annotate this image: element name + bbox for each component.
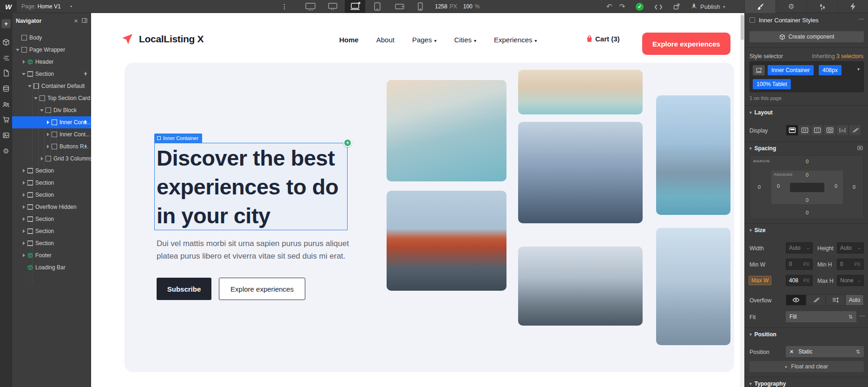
users-button[interactable] xyxy=(0,98,12,112)
navigator-row-loading-bar[interactable]: Loading Bar xyxy=(12,261,91,274)
display-block-button[interactable] xyxy=(786,125,798,136)
assets-button[interactable] xyxy=(0,128,12,142)
min-width-field[interactable]: 0PX xyxy=(786,259,813,270)
selector-tag-breakpoint[interactable]: 100% Tablet xyxy=(753,79,791,89)
more-options-icon[interactable]: ⋮ xyxy=(281,0,288,13)
site-brand[interactable]: LocalListing X xyxy=(139,33,204,45)
unit-dropdown[interactable]: – xyxy=(858,278,861,283)
selector-tag-class[interactable]: Inner Container xyxy=(768,65,814,75)
selector-tag-width[interactable]: 408px xyxy=(819,65,842,75)
scrollbar-thumb[interactable] xyxy=(741,15,744,40)
saved-status-icon[interactable]: ✓ xyxy=(636,3,644,11)
style-selector-box[interactable]: Inner Container 408px ▾ 100% Tablet xyxy=(750,61,864,92)
navigator-row-section[interactable]: Section xyxy=(12,68,91,80)
subscribe-button[interactable]: Subscribe xyxy=(157,278,211,300)
inheriting-info[interactable]: Inheriting 3 selectors xyxy=(812,53,863,60)
min-height-field[interactable]: 0PX xyxy=(837,259,864,270)
publish-button[interactable]: Publish ▾ xyxy=(690,0,725,13)
breakpoint-laptop-icon[interactable]: ★ xyxy=(345,0,365,13)
tree-expand-arrow-icon[interactable] xyxy=(21,169,26,173)
float-clear-toggle[interactable]: ▸ Float and clear xyxy=(750,361,864,372)
display-none-button[interactable] xyxy=(848,125,861,136)
canvas-scrollbar[interactable] xyxy=(740,13,744,387)
margin-bottom-value[interactable]: 0 xyxy=(802,210,812,215)
navigator-row-section[interactable]: Section xyxy=(12,237,91,249)
tree-expand-arrow-icon[interactable] xyxy=(21,73,26,75)
breakpoint-phone-icon[interactable] xyxy=(410,0,430,13)
breakpoint-desktop-large-icon[interactable] xyxy=(300,0,321,13)
code-export-icon[interactable]: ❮❯ xyxy=(652,0,665,13)
fit-more-icon[interactable]: ⋯ xyxy=(859,313,865,319)
margin-right-value[interactable]: 0 xyxy=(849,184,859,190)
unit-px[interactable]: PX xyxy=(803,262,809,267)
tab-style-manager-panel[interactable] xyxy=(807,0,838,13)
create-component-button[interactable]: Create component xyxy=(750,31,864,42)
tree-expand-arrow-icon[interactable] xyxy=(21,193,26,197)
fit-select[interactable]: Fill ⇅ xyxy=(786,311,856,322)
breakpoint-tablet-icon[interactable] xyxy=(367,0,388,13)
section-header-typography[interactable]: ▾ Typography xyxy=(750,380,786,387)
navigator-row-inner-cont-[interactable]: Inner Cont... xyxy=(12,116,91,128)
max-width-label[interactable]: Max W xyxy=(749,276,771,285)
navigator-row-section[interactable]: Section xyxy=(12,189,91,201)
page-menu[interactable]: Page: Home V1 xyxy=(21,0,61,13)
navigator-row-top-section-card[interactable]: Top Section Card xyxy=(12,92,91,104)
undo-icon[interactable]: ↶ xyxy=(604,0,614,13)
navigator-row-header[interactable]: Header xyxy=(12,56,91,68)
redo-icon[interactable]: ↷ xyxy=(617,0,627,13)
section-header-size[interactable]: ▾ Size xyxy=(750,227,766,234)
tree-expand-arrow-icon[interactable] xyxy=(21,241,26,245)
navigator-row-container-default[interactable]: Container Default xyxy=(12,80,91,92)
dock-panel-icon[interactable] xyxy=(82,18,87,24)
tree-expand-arrow-icon[interactable] xyxy=(39,109,45,112)
close-icon[interactable]: ✕ xyxy=(74,18,78,24)
tree-expand-arrow-icon[interactable] xyxy=(21,217,26,221)
explore-experiences-button[interactable]: Explore experiences xyxy=(642,33,730,55)
breakpoint-desktop-icon[interactable] xyxy=(322,0,343,13)
display-inline-button[interactable]: A xyxy=(836,125,848,136)
add-elements-button[interactable]: + xyxy=(0,17,12,31)
chevron-down-icon[interactable]: ▾ xyxy=(857,67,860,72)
tree-expand-arrow-icon[interactable] xyxy=(21,229,26,233)
navigator-row-overflow-hidden[interactable]: Overflow Hidden xyxy=(12,201,91,213)
tab-style-panel[interactable] xyxy=(744,0,776,13)
unit-dropdown[interactable]: – xyxy=(858,246,861,251)
cms-button[interactable] xyxy=(0,82,12,96)
overflow-scroll-button[interactable] xyxy=(826,294,845,306)
overflow-auto-button[interactable]: Auto xyxy=(845,294,864,306)
nav-link-cities[interactable]: Cities▾ xyxy=(454,36,476,44)
max-height-field[interactable]: None– xyxy=(837,275,864,286)
display-inline-block-button[interactable] xyxy=(823,125,836,136)
navigator-row-buttons-r-[interactable]: Buttons R... xyxy=(12,140,91,153)
add-element-badge[interactable]: + xyxy=(343,139,352,147)
navigator-row-div-block[interactable]: Div Block xyxy=(12,104,91,116)
margin-left-value[interactable]: 0 xyxy=(755,184,764,190)
page-history-icon[interactable]: ◔ xyxy=(66,0,75,13)
tree-expand-arrow-icon[interactable] xyxy=(45,120,51,124)
margin-top-value[interactable]: 0 xyxy=(802,159,812,164)
navigator-row-page-wrapper[interactable]: Page Wrapper xyxy=(12,44,91,56)
unit-px[interactable]: PX xyxy=(855,262,861,267)
tree-expand-arrow-icon[interactable] xyxy=(15,49,20,51)
site-logo-icon[interactable] xyxy=(121,33,133,47)
padding-right-value[interactable]: 0 xyxy=(831,183,841,189)
cart-link[interactable]: Cart (3) xyxy=(586,35,620,43)
navigator-row-body[interactable]: Body xyxy=(12,32,91,44)
webflow-logo[interactable]: W xyxy=(0,0,17,13)
section-header-layout[interactable]: ▾ Layout xyxy=(750,109,773,116)
components-button[interactable] xyxy=(0,35,12,49)
tab-settings-panel[interactable]: ⚙ xyxy=(776,0,807,13)
navigator-row-section[interactable]: Section xyxy=(12,165,91,177)
navigator-row-inner-cont-[interactable]: Inner Cont... xyxy=(12,128,91,140)
spacing-settings-icon[interactable] xyxy=(857,145,863,152)
height-field[interactable]: Auto– xyxy=(837,242,864,254)
navigator-row-section[interactable]: Section xyxy=(12,177,91,189)
tree-expand-arrow-icon[interactable] xyxy=(45,145,51,148)
selected-element-label[interactable]: Inner Container xyxy=(154,133,202,143)
section-header-position[interactable]: ▾ Position xyxy=(750,331,776,338)
overflow-visible-button[interactable] xyxy=(786,294,806,306)
navigator-button[interactable] xyxy=(0,51,12,65)
tree-expand-arrow-icon[interactable] xyxy=(33,97,39,100)
pages-button[interactable] xyxy=(0,66,12,80)
padding-left-value[interactable]: 0 xyxy=(774,183,783,189)
